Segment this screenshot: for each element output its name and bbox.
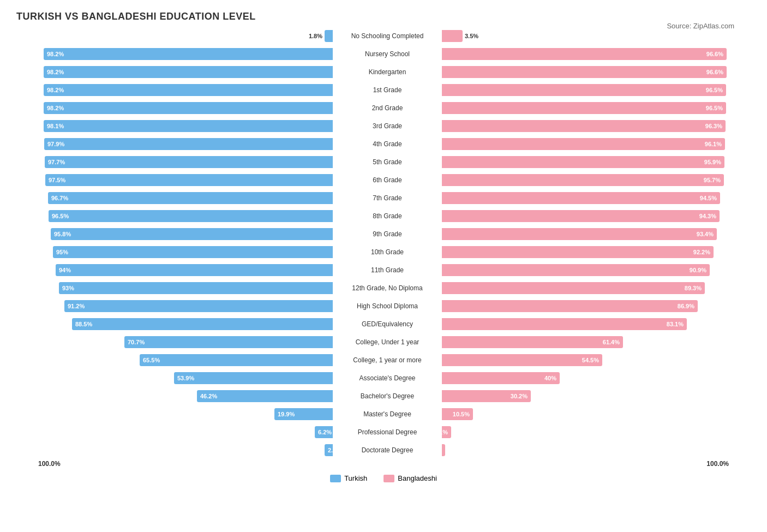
bars-wrapper: 46.2% Bachelor's Degree 30.2% bbox=[38, 388, 729, 404]
bar-label: 4th Grade bbox=[333, 140, 442, 148]
right-section: 90.9% bbox=[442, 262, 736, 278]
bars-wrapper: 53.9% Associate's Degree 40% bbox=[38, 370, 729, 386]
right-value: 96.1% bbox=[705, 141, 722, 147]
right-value: 95.7% bbox=[704, 177, 721, 183]
bar-label: High School Diploma bbox=[333, 302, 442, 310]
rows-container: 1.8% No Schooling Completed 3.5% 98.2% bbox=[16, 28, 751, 458]
bar-label: 8th Grade bbox=[333, 212, 442, 220]
bar-left bbox=[140, 354, 333, 366]
bar-right bbox=[442, 228, 717, 240]
bar-right bbox=[442, 282, 705, 294]
bars-wrapper: 98.2% Nursery School 96.6% bbox=[38, 46, 729, 62]
bars-wrapper: 98.2% Kindergarten 96.6% bbox=[38, 64, 729, 80]
bar-row: 96.5% 8th Grade 94.3% bbox=[38, 208, 729, 224]
right-section: 96.1% bbox=[442, 136, 736, 152]
bar-left bbox=[44, 120, 333, 132]
right-value: 96.6% bbox=[706, 51, 723, 57]
bar-right bbox=[442, 264, 710, 276]
left-value: 65.5% bbox=[143, 357, 160, 363]
bar-row: 1.8% No Schooling Completed 3.5% bbox=[38, 28, 729, 44]
bar-right bbox=[442, 192, 720, 204]
left-value: 6.2% bbox=[318, 429, 332, 435]
left-section: 98.2% bbox=[38, 100, 333, 116]
right-value: 30.2% bbox=[511, 393, 528, 399]
bar-label: Associate's Degree bbox=[333, 374, 442, 382]
left-section: 95.8% bbox=[38, 226, 333, 242]
bar-label: College, 1 year or more bbox=[333, 356, 442, 364]
bar-left bbox=[45, 156, 333, 168]
bar-label: 6th Grade bbox=[333, 176, 442, 184]
left-value: 95.8% bbox=[54, 231, 71, 237]
bar-right bbox=[442, 138, 725, 150]
chart-title: TURKISH VS BANGLADESHI EDUCATION LEVEL bbox=[16, 11, 751, 22]
bar-left bbox=[197, 390, 333, 402]
bottom-right-label: 100.0% bbox=[706, 460, 729, 468]
legend: Turkish Bangladeshi bbox=[16, 474, 751, 482]
right-value: 89.3% bbox=[685, 285, 702, 291]
bar-label: 11th Grade bbox=[333, 266, 442, 274]
bars-wrapper: 97.7% 5th Grade 95.9% bbox=[38, 154, 729, 170]
right-section: 96.5% bbox=[442, 82, 736, 98]
right-section: 94.5% bbox=[442, 190, 736, 206]
bottom-left-label: 100.0% bbox=[38, 460, 61, 468]
bar-row: 91.2% High School Diploma 86.9% bbox=[38, 298, 729, 314]
bar-left bbox=[44, 138, 333, 150]
left-value: 98.2% bbox=[47, 87, 64, 93]
left-value: 96.7% bbox=[51, 195, 68, 201]
left-section: 19.9% bbox=[38, 407, 333, 422]
left-section: 65.5% bbox=[38, 352, 333, 368]
bar-left bbox=[44, 66, 333, 78]
bar-label: 2nd Grade bbox=[333, 104, 442, 112]
right-value: 94.5% bbox=[700, 195, 717, 201]
bar-left bbox=[49, 210, 333, 222]
bar-row: 19.9% Master's Degree 10.5% bbox=[38, 406, 729, 422]
bar-row: 2.7% Doctorate Degree 1.2% bbox=[38, 442, 729, 458]
bars-wrapper: 98.2% 1st Grade 96.5% bbox=[38, 82, 729, 98]
bar-right bbox=[442, 174, 724, 186]
left-section: 98.2% bbox=[38, 64, 333, 80]
bar-label: College, Under 1 year bbox=[333, 338, 442, 346]
left-value: 97.5% bbox=[49, 177, 65, 183]
left-section: 98.2% bbox=[38, 82, 333, 98]
left-value: 91.2% bbox=[68, 303, 85, 309]
chart-container: 1.8% No Schooling Completed 3.5% 98.2% bbox=[16, 28, 751, 482]
right-section: 3.1% bbox=[442, 425, 736, 440]
bar-left bbox=[44, 48, 333, 60]
bars-wrapper: 1.8% No Schooling Completed 3.5% bbox=[38, 28, 729, 44]
left-section: 88.5% bbox=[38, 316, 333, 332]
left-value: 98.2% bbox=[47, 105, 64, 111]
bar-label: 7th Grade bbox=[333, 194, 442, 202]
right-section: 86.9% bbox=[442, 298, 736, 314]
bar-row: 98.2% Nursery School 96.6% bbox=[38, 46, 729, 62]
bar-row: 95% 10th Grade 92.2% bbox=[38, 244, 729, 260]
bar-label: Kindergarten bbox=[333, 68, 442, 76]
right-value: 61.4% bbox=[603, 339, 620, 345]
bar-label: Professional Degree bbox=[333, 428, 442, 436]
left-section: 97.7% bbox=[38, 154, 333, 170]
left-value: 53.9% bbox=[177, 375, 194, 381]
bar-left bbox=[51, 228, 333, 240]
left-value: 93% bbox=[62, 285, 74, 291]
bar-left bbox=[174, 372, 333, 384]
right-section: 89.3% bbox=[442, 280, 736, 296]
right-value: 94.3% bbox=[699, 213, 716, 219]
bars-wrapper: 6.2% Professional Degree 3.1% bbox=[38, 425, 729, 440]
bars-wrapper: 97.9% 4th Grade 96.1% bbox=[38, 136, 729, 152]
left-section: 2.7% bbox=[38, 443, 333, 458]
bar-right bbox=[442, 48, 727, 60]
right-section: 95.7% bbox=[442, 172, 736, 188]
right-section: 95.9% bbox=[442, 154, 736, 170]
left-value: 97.7% bbox=[48, 159, 65, 165]
right-section: 94.3% bbox=[442, 208, 736, 224]
bar-row: 97.9% 4th Grade 96.1% bbox=[38, 136, 729, 152]
bar-right bbox=[442, 30, 463, 42]
legend-bangladeshi: Bangladeshi bbox=[384, 474, 437, 482]
right-value: 95.9% bbox=[704, 159, 721, 165]
bars-wrapper: 91.2% High School Diploma 86.9% bbox=[38, 298, 729, 314]
bar-label: GED/Equivalency bbox=[333, 320, 442, 328]
left-section: 97.5% bbox=[38, 172, 333, 188]
right-section: 10.5% bbox=[442, 407, 736, 422]
bars-wrapper: 65.5% College, 1 year or more 54.5% bbox=[38, 352, 729, 368]
bars-wrapper: 98.1% 3rd Grade 96.3% bbox=[38, 118, 729, 134]
bar-label: Bachelor's Degree bbox=[333, 392, 442, 400]
